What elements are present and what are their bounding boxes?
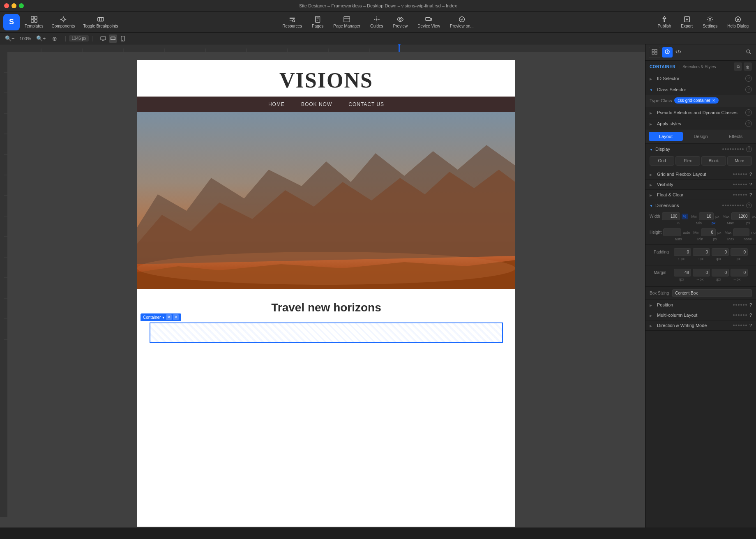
preview-on-label: Preview on... [450,24,474,28]
id-selector-help[interactable]: ? [745,75,752,82]
multi-column-help[interactable]: ? [749,313,752,318]
window-title: Site Designer – Frameworkless – Desktop … [299,3,457,8]
margin-left[interactable] [731,269,748,276]
width-max-input[interactable] [731,212,750,220]
nav-home[interactable]: HOME [268,101,285,107]
close-button[interactable] [4,3,9,8]
height-max-input[interactable] [733,228,749,236]
element-copy-btn[interactable]: ⧉ [734,62,742,71]
dimensions-header[interactable]: Dimensions ? [645,200,756,211]
width-value-input[interactable] [662,212,680,220]
float-clear-help[interactable]: ? [749,192,752,197]
padding-right[interactable] [693,248,710,256]
dimensions-help[interactable]: ? [746,203,752,208]
padding-top[interactable] [674,248,691,256]
container-dropdown-icon[interactable]: ▾ [162,315,164,320]
id-selector-arrow [650,76,655,81]
tab-design[interactable]: Design [684,132,718,141]
display-flex-btn[interactable]: Flex [675,156,700,166]
padding-bottom[interactable] [712,248,729,256]
padding-section: Padding ↑ px →px ↓px ←px [645,245,756,265]
zoom-fit-button[interactable]: ⊕ [51,35,59,43]
margin-top[interactable] [674,269,691,276]
grid-flexbox-section[interactable]: Grid and Flexbox Layout ? [645,169,756,180]
panel-code-icon-btn[interactable] [674,48,682,57]
position-arrow [650,303,655,307]
display-grid-btn[interactable]: Grid [650,156,674,166]
device-icon-desktop[interactable] [99,35,107,43]
preview-on-button[interactable]: Preview on... [447,14,476,30]
container-copy-button[interactable]: ⧉ [166,314,172,320]
preview-button[interactable]: Preview [391,14,410,30]
toggle-breakpoints-button[interactable]: Toggle Breakpoints [80,14,121,30]
width-min-input[interactable] [699,212,714,220]
multi-column-section[interactable]: Multi-column Layout ? [645,310,756,320]
toolbar: S Templates Components Toggle Breakpoint… [0,12,756,33]
apply-styles-row[interactable]: Apply styles ? [645,118,756,129]
site-title: VISIONS [137,68,515,92]
width-unit1[interactable]: % [682,214,688,219]
panel-design-tab[interactable] [662,47,673,58]
pseudo-selectors-row[interactable]: Pseudo Selectors and Dynamic Classes ? [645,107,756,118]
margin-bottom[interactable] [712,269,729,276]
panel-grid-icon-btn[interactable] [649,47,660,58]
height-label: Height [650,230,662,235]
float-clear-section[interactable]: Float & Clear ? [645,190,756,200]
minimize-button[interactable] [12,3,16,8]
padding-left[interactable] [731,248,748,256]
id-selector-row[interactable]: ID Selector ? [645,73,756,84]
help-dialog-button[interactable]: ? Help Dialog [723,14,753,30]
height-value-input[interactable] [663,228,681,236]
svg-rect-18 [111,37,115,40]
publish-button[interactable]: Publish [653,14,675,30]
selected-container[interactable] [150,322,503,343]
resources-button[interactable]: Resources [280,14,304,30]
class-tag-remove[interactable]: ✕ [712,98,715,103]
height-min-unit: px [717,230,721,235]
position-help[interactable]: ? [749,302,752,307]
guides-button[interactable]: Guides [368,14,386,30]
zoom-out-button[interactable]: 🔍− [3,35,16,42]
templates-button[interactable]: Templates [21,14,47,30]
element-delete-btn[interactable]: 🗑 [744,62,752,71]
nav-book[interactable]: BOOK NOW [301,101,332,107]
pseudo-help[interactable]: ? [745,109,752,116]
tab-effects[interactable]: Effects [719,132,753,141]
box-sizing-select[interactable]: Content Box Border Box [672,289,752,297]
height-min-input[interactable] [701,228,716,236]
display-more-btn[interactable]: More [727,156,752,166]
container-label: Container ▾ ⧉ ✕ [141,313,181,321]
width-min-unit: px [715,214,719,219]
export-button[interactable]: Export [677,14,697,30]
zoom-in-button[interactable]: 🔍+ [35,35,48,42]
direction-help[interactable]: ? [749,323,752,328]
canvas-content[interactable]: VISIONS HOME BOOK NOW CONTACT US [0,52,645,527]
components-button[interactable]: Components [48,14,78,30]
display-block-btn[interactable]: Block [701,156,726,166]
panel-search-btn[interactable] [744,48,753,57]
page-manager-button[interactable]: Page Manager [331,14,363,30]
device-icon-laptop[interactable] [109,35,117,43]
display-help[interactable]: ? [746,146,752,152]
direction-section[interactable]: Direction & Writing Mode ? [645,320,756,331]
container-delete-button[interactable]: ✕ [173,314,179,320]
apply-styles-arrow [650,122,655,126]
device-view-button[interactable]: Device View [415,14,443,30]
logo-button[interactable]: S [3,14,20,30]
class-selector-help[interactable]: ? [745,86,752,93]
maximize-button[interactable] [19,3,24,8]
nav-contact[interactable]: CONTACT US [348,101,384,107]
display-header[interactable]: Display ? [645,144,756,154]
visibility-section[interactable]: Visibility ? [645,180,756,190]
pages-button[interactable]: Pages [309,14,326,30]
position-section[interactable]: Position ? [645,300,756,310]
margin-right[interactable] [693,269,710,276]
visibility-help[interactable]: ? [749,182,752,187]
tab-layout[interactable]: Layout [649,132,683,141]
settings-button[interactable]: Settings [698,14,721,30]
device-icon-tablet[interactable] [119,35,127,43]
grid-flexbox-help[interactable]: ? [749,172,752,177]
class-selector-row[interactable]: Class Selector ? [645,84,756,95]
display-buttons: Grid Flex Block More [645,154,756,169]
apply-styles-help[interactable]: ? [745,120,752,127]
